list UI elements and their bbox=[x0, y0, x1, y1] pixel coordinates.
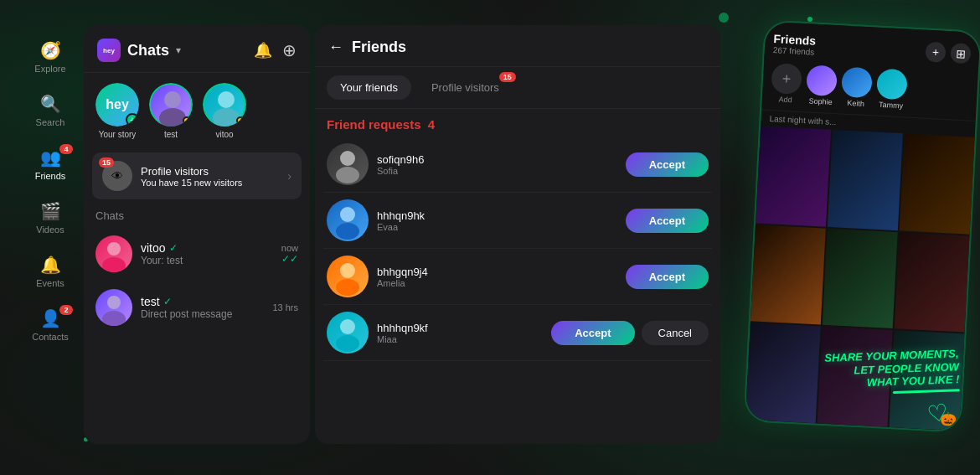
header-icons: 🔔 ⊕ bbox=[254, 40, 297, 60]
your-story-avatar: hey + bbox=[95, 83, 139, 126]
requests-list: sofiqn9h6 Sofia Accept hhhqn9hk Evaa bbox=[315, 137, 720, 444]
phone-friend-avatar-3: Tammy bbox=[875, 69, 907, 111]
vitoo-chat-avatar-image bbox=[95, 235, 132, 272]
chevron-down-icon[interactable]: ▾ bbox=[176, 44, 181, 56]
visitors-title: Profile visitors bbox=[141, 165, 242, 178]
vitoo-read-icon: ✓✓ bbox=[281, 253, 298, 265]
visitors-count: 15 bbox=[182, 178, 192, 188]
phone-friend-avatar-2: Keith bbox=[840, 66, 872, 108]
story-item-test[interactable]: test bbox=[149, 83, 193, 139]
chat-item-test[interactable]: test ✓ Direct post message 13 hrs bbox=[84, 281, 310, 334]
visitors-badge: 15 bbox=[99, 157, 114, 168]
visitors-subtitle: You have 15 new visitors bbox=[141, 178, 242, 188]
sidebar-item-videos[interactable]: 🎬 Videos bbox=[21, 194, 80, 241]
main-container: 🧭 Explore 🔍 Search 4 👥 Friends 🎬 Videos … bbox=[0, 0, 980, 475]
add-chat-button[interactable]: ⊕ bbox=[282, 40, 297, 60]
grid-item-1 bbox=[756, 126, 831, 226]
request-item-amelia: bhhgqn9j4 Amelia Accept bbox=[323, 249, 712, 305]
amelia-displayname: Amelia bbox=[377, 278, 617, 288]
phone-friend-1-name: Sophie bbox=[808, 96, 833, 106]
phone-grid-button[interactable]: ⊞ bbox=[950, 43, 971, 64]
sofia-username: sofiqn9h6 bbox=[377, 153, 617, 166]
story-label-your: Your story bbox=[99, 130, 137, 139]
accept-sofia-button[interactable]: Accept bbox=[626, 152, 709, 177]
search-icon: 🔍 bbox=[40, 94, 61, 114]
test-chat-avatar-image bbox=[95, 289, 132, 326]
accept-amelia-button[interactable]: Accept bbox=[626, 265, 709, 289]
sidebar-label-search: Search bbox=[36, 117, 65, 127]
explore-icon: 🧭 bbox=[40, 40, 61, 60]
contacts-badge: 2 bbox=[59, 305, 73, 315]
sidebar-item-contacts[interactable]: 2 👤 Contacts bbox=[21, 302, 80, 349]
sidebar-item-friends[interactable]: 4 👥 Friends bbox=[21, 141, 80, 188]
friends-panel: ← Friends Your friends Profile visitors … bbox=[315, 25, 720, 444]
evaa-avatar bbox=[327, 199, 369, 241]
sidebar-label-explore: Explore bbox=[34, 64, 65, 74]
chats-section-label: Chats bbox=[84, 206, 310, 227]
vitoo-chat-name: vitoo bbox=[141, 241, 166, 255]
contacts-icon: 👤 bbox=[40, 308, 61, 328]
visitors-text: Profile visitors You have 15 new visitor… bbox=[141, 165, 242, 188]
vitoo-chat-preview: Your: test bbox=[141, 255, 273, 266]
phone-header-actions: + ⊞ bbox=[925, 41, 971, 64]
profile-visitors-tab-badge: 15 bbox=[499, 72, 516, 82]
cancel-miaa-button[interactable]: Cancel bbox=[642, 321, 709, 345]
miaa-displayname: Miaa bbox=[377, 334, 543, 344]
friends-icon: 👥 bbox=[40, 147, 61, 168]
svg-point-6 bbox=[107, 296, 121, 309]
amelia-username: bhhgqn9j4 bbox=[377, 266, 617, 278]
phone-friends-count: 267 friends bbox=[773, 45, 816, 57]
chats-title: Chats bbox=[127, 42, 169, 59]
evaa-username: hhhqn9hk bbox=[377, 209, 617, 222]
svg-point-5 bbox=[102, 257, 126, 272]
sidebar-item-events[interactable]: 🔔 Events bbox=[21, 248, 80, 295]
svg-point-1 bbox=[159, 108, 186, 126]
chat-item-vitoo[interactable]: vitoo ✓ Your: test now ✓✓ bbox=[84, 227, 310, 281]
amelia-info: bhhgqn9j4 Amelia bbox=[377, 266, 617, 288]
sidebar-item-search[interactable]: 🔍 Search bbox=[21, 87, 80, 134]
svg-point-11 bbox=[336, 223, 359, 240]
visitors-bar[interactable]: 👁 15 Profile visitors You have 15 new vi… bbox=[92, 152, 302, 199]
vitoo-chat-info: vitoo ✓ Your: test bbox=[141, 241, 273, 266]
grid-item-5 bbox=[823, 228, 898, 328]
test-online-badge bbox=[183, 116, 191, 125]
svg-point-8 bbox=[340, 151, 355, 166]
sofia-info: sofiqn9h6 Sofia bbox=[377, 153, 617, 176]
tab-profile-visitors[interactable]: Profile visitors 15 bbox=[418, 75, 513, 100]
visitors-suffix: new visitors bbox=[192, 178, 243, 188]
grid-item-4 bbox=[750, 225, 826, 325]
vitoo-chat-avatar bbox=[95, 235, 132, 272]
tab-your-friends[interactable]: Your friends bbox=[327, 75, 411, 100]
test-verified-icon: ✓ bbox=[163, 296, 172, 307]
accept-miaa-button[interactable]: Accept bbox=[551, 321, 634, 345]
svg-point-2 bbox=[218, 91, 235, 108]
request-item-sofia: sofiqn9h6 Sofia Accept bbox=[323, 137, 712, 193]
visitors-left: 👁 15 Profile visitors You have 15 new vi… bbox=[102, 161, 242, 191]
phone-add-friend-icon[interactable]: + bbox=[771, 63, 802, 95]
story-item-your[interactable]: hey + Your story bbox=[95, 83, 139, 139]
evaa-actions: Accept bbox=[626, 209, 709, 233]
accept-evaa-button[interactable]: Accept bbox=[626, 209, 709, 233]
test-chat-info: test ✓ Direct post message bbox=[141, 295, 264, 320]
chats-header: hey Chats ▾ 🔔 ⊕ bbox=[84, 25, 310, 73]
story-item-vitoo[interactable]: vitoo bbox=[203, 83, 246, 139]
sidebar-item-explore[interactable]: 🧭 Explore bbox=[21, 34, 80, 80]
test-chat-meta: 13 hrs bbox=[272, 302, 298, 312]
sidebar: 🧭 Explore 🔍 Search 4 👥 Friends 🎬 Videos … bbox=[17, 25, 84, 444]
grid-item-2 bbox=[828, 130, 903, 230]
miaa-avatar bbox=[327, 312, 369, 354]
svg-point-14 bbox=[340, 319, 355, 334]
evaa-avatar-image bbox=[327, 199, 369, 241]
svg-point-4 bbox=[107, 242, 121, 256]
stories-row: hey + Your story test bbox=[84, 73, 310, 149]
events-icon: 🔔 bbox=[40, 255, 61, 275]
back-button[interactable]: ← bbox=[328, 39, 343, 56]
notification-bell-button[interactable]: 🔔 bbox=[254, 41, 272, 59]
miaa-avatar-image bbox=[327, 312, 369, 354]
test-chat-time: 13 hrs bbox=[272, 302, 298, 312]
friends-header: ← Friends bbox=[315, 25, 720, 67]
grid-item-6 bbox=[895, 232, 970, 333]
vitoo-name-row: vitoo ✓ bbox=[141, 241, 273, 255]
phone-add-button[interactable]: + bbox=[925, 41, 946, 62]
phone-friend-3-avatar bbox=[876, 69, 908, 101]
